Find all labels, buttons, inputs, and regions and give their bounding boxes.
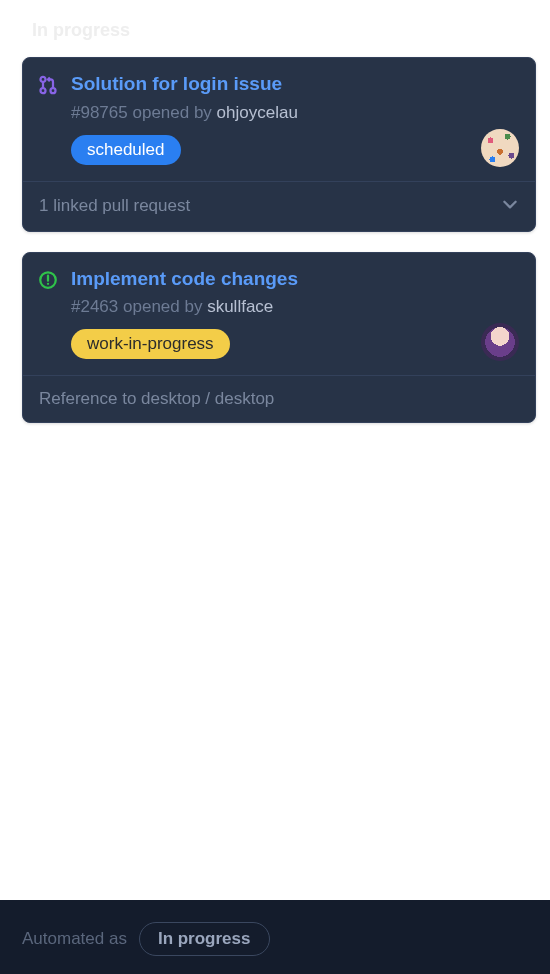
automation-bar: Automated as In progress <box>0 900 550 974</box>
issue-open-icon <box>37 269 59 291</box>
svg-point-4 <box>47 282 49 284</box>
author-name[interactable]: skullface <box>207 297 273 316</box>
issue-number: #98765 <box>71 103 128 122</box>
linked-pr-toggle[interactable]: 1 linked pull request <box>23 181 535 231</box>
author-name[interactable]: ohjoycelau <box>217 103 298 122</box>
svg-point-2 <box>51 88 56 93</box>
column-header: In progress <box>0 0 550 57</box>
card-title[interactable]: Solution for login issue <box>71 72 282 97</box>
opened-by-label: opened by <box>132 103 211 122</box>
svg-point-0 <box>41 77 46 82</box>
linked-pr-text: 1 linked pull request <box>39 196 190 216</box>
card-meta: #98765 opened by ohjoycelau <box>71 103 519 123</box>
card-meta: #2463 opened by skullface <box>71 297 519 317</box>
automation-status[interactable]: In progress <box>139 922 270 956</box>
automation-label: Automated as <box>22 929 127 949</box>
avatar[interactable] <box>481 129 519 167</box>
project-card[interactable]: Solution for login issue #98765 opened b… <box>22 57 536 232</box>
chevron-down-icon <box>501 195 519 218</box>
card-title[interactable]: Implement code changes <box>71 267 298 292</box>
issue-number: #2463 <box>71 297 118 316</box>
git-pull-request-icon <box>37 74 59 96</box>
project-card[interactable]: Implement code changes #2463 opened by s… <box>22 252 536 424</box>
svg-point-1 <box>41 88 46 93</box>
issue-label[interactable]: work-in-progress <box>71 329 230 359</box>
issue-label[interactable]: scheduled <box>71 135 181 165</box>
opened-by-label: opened by <box>123 297 202 316</box>
reference-text: Reference to desktop / desktop <box>39 389 274 409</box>
reference-footer[interactable]: Reference to desktop / desktop <box>23 375 535 422</box>
